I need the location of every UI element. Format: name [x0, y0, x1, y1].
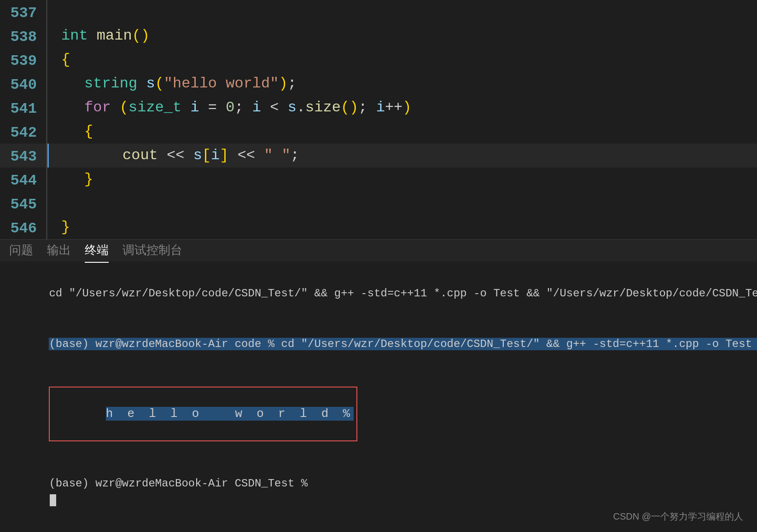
- space: [111, 99, 120, 116]
- code-line-546: 546 }: [0, 215, 757, 239]
- semicolon: ;: [288, 75, 297, 93]
- line-number-539: 539: [0, 48, 46, 72]
- var-i4: i: [211, 147, 220, 164]
- var-i2: i: [252, 99, 261, 116]
- tab-bar: 问题 输出 终端 调试控制台: [0, 239, 757, 261]
- assign: =: [199, 99, 226, 116]
- terminal-line-1: cd "/Users/wzr/Desktop/code/CSDN_Test/" …: [9, 269, 748, 318]
- code-line-537: 537: [0, 0, 757, 24]
- line-number-541: 541: [0, 96, 46, 120]
- line-number-543: 543: [0, 144, 46, 168]
- terminal-cursor: [50, 494, 56, 506]
- space4: [255, 147, 264, 164]
- code-content-542: {: [47, 120, 757, 144]
- string-space: " ": [264, 147, 291, 164]
- space2: [184, 147, 193, 164]
- keyword-string: string: [84, 75, 137, 93]
- code-line-542: 542 {: [0, 120, 757, 144]
- keyword-cout: cout: [122, 147, 158, 164]
- semicolon2: ;: [291, 147, 299, 164]
- space: [158, 147, 167, 164]
- code-line-539: 539 {: [0, 48, 757, 72]
- var-i3: i: [376, 99, 385, 116]
- keyword-int: int: [61, 27, 88, 45]
- paren-close: ): [141, 27, 150, 45]
- code-line-544: 544 }: [0, 168, 757, 191]
- brace-inner-open: {: [84, 123, 93, 140]
- space3: [228, 147, 237, 164]
- line-number-545: 545: [0, 191, 46, 215]
- semi2: ;: [358, 99, 367, 116]
- space: [244, 99, 252, 116]
- code-content-541: for ( size_t i = 0 ; i < s . size (): [47, 96, 757, 120]
- brace-inner-close: }: [84, 171, 93, 188]
- space2: [367, 99, 376, 116]
- code-line-540: 540 string s ( "hello world" ) ;: [0, 72, 757, 96]
- tab-output[interactable]: 输出: [47, 238, 71, 263]
- semi: ;: [234, 99, 243, 116]
- op-shift2: <<: [238, 147, 255, 164]
- keyword-for: for: [84, 99, 111, 116]
- space: [137, 75, 146, 93]
- code-content-544: }: [47, 168, 757, 191]
- var-s: s: [146, 75, 155, 93]
- paren-close-for: ): [402, 99, 411, 116]
- code-content-539: {: [47, 48, 757, 72]
- paren-open: (: [132, 27, 141, 45]
- increment: ++: [385, 99, 402, 116]
- var-i: i: [190, 99, 199, 116]
- line-number-542: 542: [0, 120, 46, 144]
- tab-terminal[interactable]: 终端: [85, 238, 109, 263]
- num-0: 0: [226, 99, 234, 116]
- hello-world-box: h e l l o w o r l d %: [49, 387, 357, 441]
- code-container: 537 538 int main ( ) 539: [0, 0, 757, 239]
- line-number-544: 544: [0, 168, 46, 191]
- space: [88, 27, 97, 45]
- line-number-546: 546: [0, 215, 46, 239]
- terminal-text-1: cd "/Users/wzr/Desktop/code/CSDN_Test/" …: [49, 287, 757, 300]
- tab-problems[interactable]: 问题: [9, 238, 33, 263]
- code-content-543: cout << s [ i ] << " " ;: [49, 144, 757, 168]
- code-content-540: string s ( "hello world" ) ;: [47, 72, 757, 96]
- code-line-541: 541 for ( size_t i = 0 ; i < s .: [0, 96, 757, 120]
- terminal-line-2: (base) wzr@wzrdeMacBook-Air code % cd "/…: [9, 319, 748, 369]
- function-main: main: [97, 27, 132, 45]
- bracket-open: [: [202, 147, 211, 164]
- keyword-sizet: size_t: [128, 99, 181, 116]
- code-content-546: }: [47, 215, 757, 239]
- fn-size: size: [305, 99, 341, 116]
- var-s3: s: [193, 147, 202, 164]
- paren-close: ): [279, 75, 287, 93]
- brace-open: {: [61, 51, 70, 69]
- var-s2: s: [288, 99, 297, 116]
- hello-world-text: h e l l o w o r l d %: [106, 407, 354, 421]
- terminal-prompt: (base) wzr@wzrdeMacBook-Air CSDN_Test %: [49, 477, 314, 490]
- string-hello: "hello world": [164, 75, 279, 93]
- terminal-line-3: h e l l o w o r l d %: [9, 370, 748, 458]
- terminal-text-2-selected: (base) wzr@wzrdeMacBook-Air code % cd "/…: [49, 338, 757, 350]
- brace-outer-close: }: [61, 219, 70, 236]
- line-number-540: 540: [0, 72, 46, 96]
- paren-open: (: [120, 99, 128, 116]
- code-content-545: [47, 191, 757, 215]
- code-line-545: 545: [0, 191, 757, 215]
- code-content-537: [47, 0, 757, 24]
- line-number-538: 538: [0, 24, 46, 48]
- terminal-area[interactable]: cd "/Users/wzr/Desktop/code/CSDN_Test/" …: [0, 261, 757, 532]
- editor-area: 537 538 int main ( ) 539: [0, 0, 757, 239]
- paren: (: [155, 75, 164, 93]
- watermark: CSDN @一个努力学习编程的人: [613, 510, 743, 523]
- code-line-538: 538 int main ( ): [0, 24, 757, 48]
- dot: .: [297, 99, 305, 116]
- line-number-537: 537: [0, 0, 46, 24]
- bracket-close: ]: [220, 147, 228, 164]
- space: [181, 99, 190, 116]
- code-line-543: 543 cout << s [ i ] << " " ;: [0, 144, 757, 168]
- code-content-538: int main ( ): [47, 24, 757, 48]
- paren-size: (): [341, 99, 358, 116]
- lt: <: [261, 99, 288, 116]
- tab-debug-console[interactable]: 调试控制台: [122, 238, 182, 263]
- op-shift1: <<: [167, 147, 184, 164]
